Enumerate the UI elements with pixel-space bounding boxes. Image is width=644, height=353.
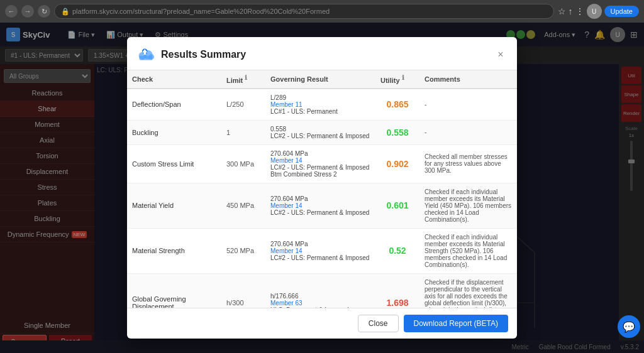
browser-chrome: ← → ↻ 🔒 platform.skyciv.com/structural?p… bbox=[0, 0, 644, 23]
modal-footer: Close Download Report (BETA) bbox=[127, 308, 517, 339]
col-header-comments: Comments bbox=[419, 70, 517, 89]
url-bar[interactable]: 🔒 platform.skyciv.com/structural?preload… bbox=[54, 4, 554, 19]
cell-utility: 0.865 bbox=[375, 89, 419, 121]
table-row: Material Strength 520 MPa 270.604 MPaMem… bbox=[127, 228, 517, 273]
cell-limit: 450 MPa bbox=[221, 183, 265, 228]
more-icon[interactable]: ⋮ bbox=[575, 6, 584, 16]
cell-utility: 0.52 bbox=[375, 228, 419, 273]
col-header-governing: Governing Result bbox=[265, 70, 375, 89]
cell-comments: Checked if each individual member exceed… bbox=[419, 183, 517, 228]
utility-value: 0.902 bbox=[386, 159, 408, 169]
cell-utility: 0.902 bbox=[375, 144, 419, 183]
share-icon[interactable]: ↑ bbox=[569, 6, 573, 16]
close-button[interactable]: Close bbox=[358, 315, 399, 332]
results-modal: Results Summary × Check Limit ℹ Governin… bbox=[127, 37, 517, 339]
cell-check: Global Governing Displacement bbox=[127, 273, 221, 308]
download-button[interactable]: Download Report (BETA) bbox=[404, 315, 509, 332]
limit-info-icon[interactable]: ℹ bbox=[245, 74, 247, 81]
table-row: Global Governing Displacement h/300 h/17… bbox=[127, 273, 517, 308]
results-table: Check Limit ℹ Governing Result Utility ℹ… bbox=[127, 70, 517, 308]
utility-value: 0.601 bbox=[386, 200, 408, 210]
utility-value: 0.52 bbox=[389, 246, 406, 256]
table-row: Material Yield 450 MPa 270.604 MPaMember… bbox=[127, 183, 517, 228]
chat-bubble[interactable]: 💬 bbox=[618, 315, 640, 338]
table-row: Deflection/Span L/250 L/289Member 11LC#1… bbox=[127, 89, 517, 121]
app-container: S SkyCiv 📄 File ▾ 📊 Output ▾ ⚙ Settings … bbox=[0, 23, 644, 353]
cell-limit: 1 bbox=[221, 120, 265, 144]
url-text: platform.skyciv.com/structural?preload_n… bbox=[72, 8, 330, 15]
svg-rect-20 bbox=[140, 56, 153, 60]
cell-limit: h/300 bbox=[221, 273, 265, 308]
avatar: U bbox=[587, 4, 602, 19]
cell-comments: - bbox=[419, 120, 517, 144]
star-icon[interactable]: ☆ bbox=[558, 6, 566, 16]
cloud-icon bbox=[137, 46, 155, 63]
cell-check: Deflection/Span bbox=[127, 89, 221, 121]
modal-overlay: Results Summary × Check Limit ℹ Governin… bbox=[0, 23, 644, 353]
cell-comments: Checked if the displacement perpendicula… bbox=[419, 273, 517, 308]
cell-utility: 0.558 bbox=[375, 120, 419, 144]
modal-close-button[interactable]: × bbox=[494, 48, 507, 61]
modal-title: Results Summary bbox=[161, 49, 246, 60]
cell-governing: 270.604 MPaMember 14LC#2 - ULS: Permanen… bbox=[265, 228, 375, 273]
cell-comments: Checked if each individual member exceed… bbox=[419, 228, 517, 273]
update-button[interactable]: Update bbox=[604, 6, 639, 17]
cell-governing: h/176.666Member 63ULS: Permanent & Impos… bbox=[265, 273, 375, 308]
cell-check: Custom Stress Limit bbox=[127, 144, 221, 183]
reload-button[interactable]: ↻ bbox=[38, 5, 50, 18]
cell-governing: 270.604 MPaMember 14LC#2 - ULS: Permanen… bbox=[265, 183, 375, 228]
modal-body: Check Limit ℹ Governing Result Utility ℹ… bbox=[127, 70, 517, 308]
cell-check: Material Strength bbox=[127, 228, 221, 273]
col-header-utility: Utility ℹ bbox=[375, 70, 419, 89]
modal-header: Results Summary × bbox=[127, 37, 517, 70]
cell-check: Material Yield bbox=[127, 183, 221, 228]
lock-icon: 🔒 bbox=[61, 8, 70, 16]
cell-comments: - bbox=[419, 89, 517, 121]
table-row: Custom Stress Limit 300 MPa 270.604 MPaM… bbox=[127, 144, 517, 183]
cell-governing: L/289Member 11LC#1 - ULS: Permanent bbox=[265, 89, 375, 121]
forward-button[interactable]: → bbox=[21, 5, 34, 18]
cell-limit: 520 MPa bbox=[221, 228, 265, 273]
cell-utility: 0.601 bbox=[375, 183, 419, 228]
table-row: Buckling 1 0.558LC#2 - ULS: Permanent & … bbox=[127, 120, 517, 144]
cell-governing: 0.558LC#2 - ULS: Permanent & Imposed bbox=[265, 120, 375, 144]
cell-limit: 300 MPa bbox=[221, 144, 265, 183]
cell-utility: 1.698 bbox=[375, 273, 419, 308]
cell-check: Buckling bbox=[127, 120, 221, 144]
cell-governing: 270.604 MPaMember 14LC#2 - ULS: Permanen… bbox=[265, 144, 375, 183]
utility-value: 0.865 bbox=[386, 99, 408, 109]
utility-value: 1.698 bbox=[386, 298, 408, 308]
utility-value: 0.558 bbox=[386, 128, 408, 138]
browser-actions: ☆ ↑ ⋮ U Update bbox=[558, 4, 639, 19]
cell-limit: L/250 bbox=[221, 89, 265, 121]
col-header-limit: Limit ℹ bbox=[221, 70, 265, 89]
back-button[interactable]: ← bbox=[5, 5, 18, 18]
cell-comments: Checked all member stresses for any stre… bbox=[419, 144, 517, 183]
utility-info-icon[interactable]: ℹ bbox=[402, 74, 404, 81]
col-header-check: Check bbox=[127, 70, 221, 89]
